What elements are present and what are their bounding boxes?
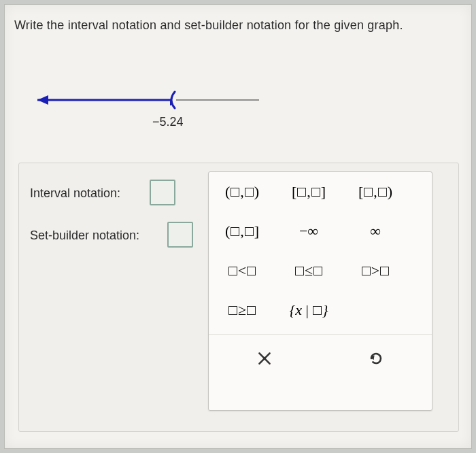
- template-greater-equal[interactable]: ≥: [218, 297, 266, 324]
- palette-row-4: ≥ {x | }: [209, 290, 432, 330]
- template-open-open[interactable]: (,): [218, 178, 266, 205]
- answer-panel: Interval notation: Set-builder notation:…: [18, 163, 459, 432]
- interval-label: Interval notation:: [30, 186, 120, 201]
- palette-row-2: (,] −∞ ∞: [209, 212, 432, 251]
- number-line-graphic: [28, 86, 273, 114]
- template-closed-open[interactable]: [,): [352, 178, 399, 205]
- question-prompt: Write the interval notation and set-buil…: [14, 18, 403, 33]
- undo-button[interactable]: [356, 342, 396, 375]
- palette-row-3: < ≤ >: [209, 251, 432, 290]
- palette-row-1: (,) [,] [,): [209, 172, 432, 212]
- setbuilder-label: Set-builder notation:: [30, 229, 139, 243]
- palette-actions: [209, 334, 432, 382]
- template-closed-closed[interactable]: [,]: [285, 178, 333, 205]
- template-less-than[interactable]: <: [218, 257, 266, 284]
- x-icon: [256, 350, 273, 367]
- neg-infinity-button[interactable]: −∞: [285, 218, 333, 245]
- interval-answer-input[interactable]: [150, 180, 175, 205]
- worksheet-sheet: Write the interval notation and set-buil…: [4, 4, 472, 449]
- svg-marker-1: [37, 95, 48, 105]
- template-open-closed[interactable]: (,]: [218, 218, 266, 245]
- template-less-equal[interactable]: ≤: [285, 257, 333, 284]
- undo-icon: [367, 349, 386, 368]
- clear-button[interactable]: [244, 342, 285, 375]
- symbol-palette: (,) [,] [,) (,] −∞ ∞ < ≤ > ≥ {x | }: [208, 171, 432, 411]
- template-greater-than[interactable]: >: [352, 257, 399, 284]
- pos-infinity-button[interactable]: ∞: [352, 218, 399, 245]
- tick-value: −5.24: [152, 115, 184, 129]
- setbuilder-answer-input[interactable]: [167, 222, 193, 248]
- template-set-builder[interactable]: {x | }: [285, 297, 333, 324]
- number-line: −5.24: [28, 86, 273, 127]
